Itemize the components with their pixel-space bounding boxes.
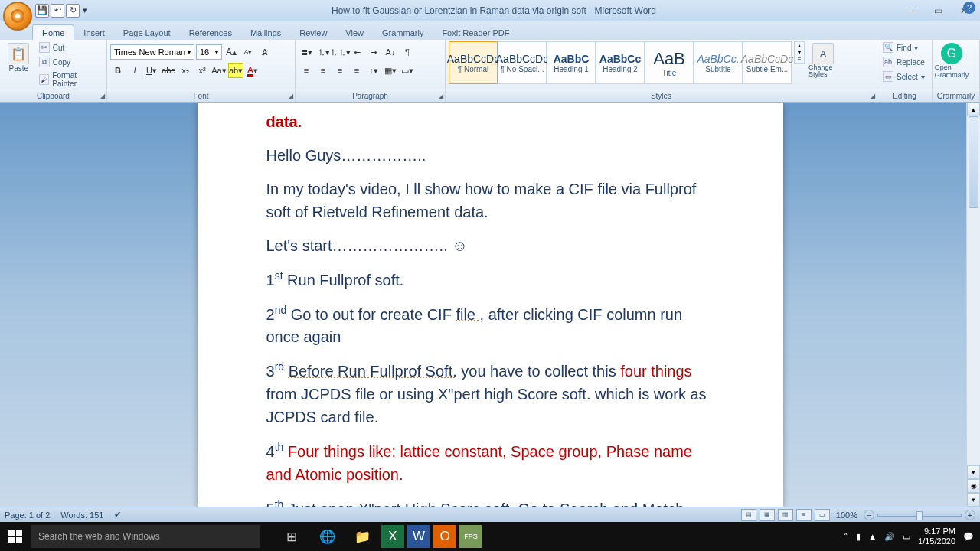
decrease-indent-button[interactable]: ⇤: [349, 44, 364, 60]
tab-references[interactable]: References: [180, 25, 241, 40]
zoom-in-button[interactable]: +: [965, 510, 975, 520]
help-icon[interactable]: ?: [963, 2, 975, 14]
bullets-button[interactable]: ≣▾: [299, 44, 314, 60]
excel-icon[interactable]: X: [381, 525, 404, 548]
change-styles-button[interactable]: A Change Styles: [807, 41, 839, 80]
tray-overflow-icon[interactable]: ˄: [844, 532, 848, 542]
font-size-combo[interactable]: 16▾: [196, 44, 222, 60]
file-explorer-icon[interactable]: 📁: [346, 522, 378, 551]
grow-font-button[interactable]: A▴: [224, 44, 239, 60]
sort-button[interactable]: A↓: [383, 44, 398, 60]
zoom-slider[interactable]: [877, 514, 962, 517]
next-page-icon[interactable]: ▾: [967, 493, 980, 507]
fps-icon[interactable]: FPS: [459, 525, 482, 548]
find-button[interactable]: 🔍Find▾: [880, 41, 927, 54]
bold-button[interactable]: B: [110, 63, 126, 78]
status-words[interactable]: Words: 151: [60, 510, 103, 520]
view-draft[interactable]: ▭: [815, 509, 830, 521]
tab-view[interactable]: View: [336, 25, 373, 40]
office-button[interactable]: [3, 2, 32, 31]
status-proofing-icon[interactable]: ✔: [114, 510, 121, 520]
styles-gallery[interactable]: AaBbCcDc¶ Normal AaBbCcDc¶ No Spaci... A…: [449, 41, 792, 84]
borders-button[interactable]: ▭▾: [400, 63, 415, 78]
wifi-icon[interactable]: ▲: [868, 532, 877, 541]
shrink-font-button[interactable]: A▾: [240, 44, 256, 60]
line-spacing-button[interactable]: ↕▾: [366, 63, 381, 78]
subscript-button[interactable]: x₂: [178, 63, 193, 78]
change-case-button[interactable]: Aa▾: [211, 63, 227, 78]
minimize-button[interactable]: —: [902, 4, 922, 18]
task-view-icon[interactable]: ⊞: [276, 522, 308, 551]
word-icon[interactable]: W: [407, 525, 430, 548]
underline-button[interactable]: U▾: [144, 63, 159, 78]
tab-foxit[interactable]: Foxit Reader PDF: [433, 25, 518, 40]
justify-button[interactable]: ≡: [349, 63, 364, 78]
view-outline[interactable]: ≡: [796, 509, 812, 521]
start-button[interactable]: [0, 522, 31, 551]
copy-button[interactable]: ⧉Copy: [37, 56, 103, 68]
undo-icon[interactable]: ↶: [51, 4, 64, 18]
style-subtitle[interactable]: AaBbCc.Subtitle: [694, 41, 743, 84]
paragraph-launcher-icon[interactable]: ◢: [439, 93, 443, 99]
font-launcher-icon[interactable]: ◢: [289, 93, 293, 99]
style-normal[interactable]: AaBbCcDc¶ Normal: [449, 41, 498, 84]
save-icon[interactable]: 💾: [35, 4, 49, 18]
clipboard-launcher-icon[interactable]: ◢: [100, 93, 105, 99]
format-painter-button[interactable]: 🖌Format Painter: [37, 70, 103, 89]
superscript-button[interactable]: x²: [194, 63, 210, 78]
redo-icon[interactable]: ↻: [66, 4, 80, 18]
tab-insert[interactable]: Insert: [74, 25, 114, 40]
tab-page-layout[interactable]: Page Layout: [114, 25, 180, 40]
align-right-button[interactable]: ≡: [332, 63, 348, 78]
view-print-layout[interactable]: ▤: [741, 509, 756, 521]
open-grammarly-button[interactable]: G Open Grammarly: [936, 41, 968, 81]
zoom-out-button[interactable]: −: [864, 510, 874, 520]
multilevel-list-button[interactable]: ⒈⒈▾: [332, 44, 348, 60]
maximize-button[interactable]: ▭: [928, 4, 948, 18]
status-page[interactable]: Page: 1 of 2: [5, 510, 50, 520]
clear-formatting-button[interactable]: A̷: [257, 44, 273, 60]
scroll-thumb[interactable]: [969, 116, 978, 208]
tab-mailings[interactable]: Mailings: [241, 25, 290, 40]
italic-button[interactable]: I: [127, 63, 142, 78]
vertical-scrollbar[interactable]: ▴ ▾ ◉ ▾: [966, 103, 980, 507]
styles-launcher-icon[interactable]: ◢: [871, 93, 875, 99]
tab-review[interactable]: Review: [290, 25, 336, 40]
style-subtle-em[interactable]: AaBbCcDcSubtle Em...: [743, 41, 792, 84]
notifications-icon[interactable]: 💬: [963, 532, 974, 542]
shading-button[interactable]: ▦▾: [383, 63, 398, 78]
chrome-icon[interactable]: 🌐: [311, 522, 343, 551]
style-title[interactable]: AaBTitle: [645, 41, 694, 84]
page[interactable]: data. Hello Guys…………….. In my today's vi…: [198, 103, 783, 507]
zoom-value[interactable]: 100%: [836, 510, 858, 520]
qat-customize-icon[interactable]: ▾: [81, 4, 89, 18]
prev-page-icon[interactable]: ◉: [967, 479, 980, 493]
language-icon[interactable]: ▭: [903, 532, 910, 542]
tab-home[interactable]: Home: [32, 24, 74, 40]
view-web-layout[interactable]: ▥: [778, 509, 793, 521]
style-heading-2[interactable]: AaBbCcHeading 2: [596, 41, 645, 84]
align-left-button[interactable]: ≡: [299, 63, 314, 78]
select-button[interactable]: ▭Select▾: [880, 70, 927, 83]
view-full-screen[interactable]: ▦: [760, 509, 775, 521]
cut-button[interactable]: ✂Cut: [37, 41, 103, 54]
strikethrough-button[interactable]: abc: [161, 63, 176, 78]
paste-button[interactable]: 📋 Paste: [3, 41, 34, 74]
tab-grammarly[interactable]: Grammarly: [373, 25, 433, 40]
style-heading-1[interactable]: AaBbCHeading 1: [547, 41, 596, 84]
scroll-down-icon[interactable]: ▾: [967, 465, 980, 479]
show-marks-button[interactable]: ¶: [400, 44, 415, 60]
battery-icon[interactable]: ▮: [856, 532, 861, 542]
clock[interactable]: 9:17 PM 1/15/2020: [918, 527, 956, 546]
style-scroll[interactable]: ▴▾≡: [794, 41, 805, 64]
origin-icon[interactable]: O: [433, 525, 456, 548]
font-color-button[interactable]: A▾: [245, 63, 260, 78]
style-no-spacing[interactable]: AaBbCcDc¶ No Spaci...: [498, 41, 547, 84]
font-name-combo[interactable]: Times New Roman▾: [110, 44, 194, 60]
scroll-up-icon[interactable]: ▴: [967, 103, 980, 116]
increase-indent-button[interactable]: ⇥: [366, 44, 381, 60]
taskbar-search[interactable]: Search the web and Windows: [31, 525, 260, 548]
numbering-button[interactable]: ⒈▾: [315, 44, 331, 60]
align-center-button[interactable]: ≡: [315, 63, 331, 78]
highlight-button[interactable]: ab▾: [228, 63, 243, 78]
